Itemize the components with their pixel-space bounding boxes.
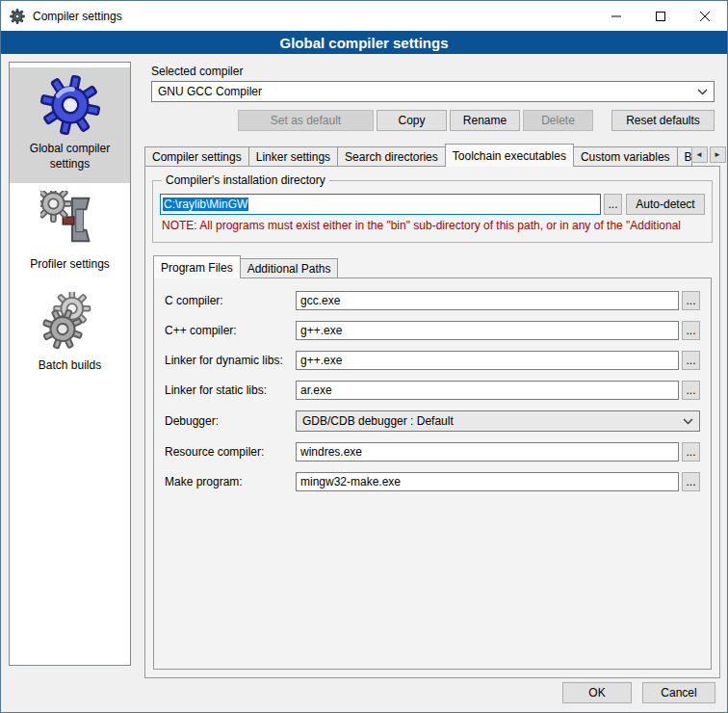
installation-directory-group: Compiler's installation directory C:\ray…	[152, 180, 713, 243]
field-row-c-compiler: C compiler: gcc.exe ...	[165, 291, 700, 310]
sidebar-item-batch-builds[interactable]: Batch builds	[10, 284, 130, 385]
compiler-select-value: GNU GCC Compiler	[158, 85, 262, 98]
tab-custom-variables[interactable]: Custom variables	[573, 146, 678, 166]
c-compiler-label: C compiler:	[165, 294, 296, 307]
installation-directory-input[interactable]: C:\raylib\MinGW	[160, 194, 601, 215]
browse-dynamic-linker-button[interactable]: ...	[682, 351, 700, 370]
compiler-select[interactable]: GNU GCC Compiler	[151, 81, 715, 102]
copy-button[interactable]: Copy	[377, 110, 447, 131]
tab-scroll-right-icon[interactable]: ►	[710, 146, 726, 163]
reset-defaults-button[interactable]: Reset defaults	[611, 110, 715, 131]
dialog-content: Global compiler settings	[1, 54, 727, 712]
bin-subdirectory-note: NOTE: All programs must exist either in …	[162, 219, 703, 232]
dynamic-linker-input[interactable]: g++.exe	[296, 351, 679, 370]
main-panel: Selected compiler GNU GCC Compiler Set a…	[143, 62, 721, 678]
profiler-tool-icon	[40, 191, 100, 251]
sidebar-item-global-compiler-settings[interactable]: Global compiler settings	[10, 67, 130, 183]
dialog-buttons: OK Cancel	[562, 682, 715, 703]
tab-toolchain-executables[interactable]: Toolchain executables	[445, 144, 574, 167]
dynamic-linker-value: g++.exe	[300, 354, 342, 367]
auto-detect-button[interactable]: Auto-detect	[626, 194, 705, 215]
browse-cpp-compiler-button[interactable]: ...	[682, 321, 700, 340]
selected-compiler-label: Selected compiler	[151, 65, 243, 78]
resource-compiler-value: windres.exe	[300, 445, 362, 459]
sidebar-item-label: Profiler settings	[30, 257, 110, 273]
compiler-settings-window: Compiler settings Global compiler settin…	[0, 0, 728, 713]
installation-directory-row: C:\raylib\MinGW ... Auto-detect	[160, 194, 705, 215]
browse-c-compiler-button[interactable]: ...	[682, 291, 700, 310]
sidebar-item-profiler-settings[interactable]: Profiler settings	[10, 183, 130, 284]
window-controls	[594, 1, 727, 31]
make-program-input[interactable]: mingw32-make.exe	[296, 472, 679, 491]
app-icon	[10, 9, 25, 24]
minimize-button[interactable]	[594, 1, 638, 31]
tab-compiler-settings[interactable]: Compiler settings	[144, 146, 249, 166]
tab-search-directories[interactable]: Search directories	[337, 146, 446, 166]
debugger-select[interactable]: GDB/CDB debugger : Default	[296, 410, 700, 432]
cpp-compiler-label: C++ compiler:	[165, 324, 296, 337]
debugger-label: Debugger:	[165, 414, 296, 428]
tab-scroll-left-icon[interactable]: ◄	[691, 146, 708, 163]
field-row-debugger: Debugger: GDB/CDB debugger : Default	[165, 410, 700, 432]
program-files-panel: C compiler: gcc.exe ... C++ compiler: g+…	[153, 277, 712, 670]
tab-build-options[interactable]: Buil	[677, 146, 692, 166]
rename-button[interactable]: Rename	[450, 110, 520, 131]
sidebar-item-label: Batch builds	[39, 358, 101, 374]
static-linker-input[interactable]: ar.exe	[296, 381, 679, 400]
program-files-tabs: Program Files Additional Paths	[153, 255, 719, 277]
tab-scroll-buttons: ◄ ►	[691, 146, 726, 166]
field-row-dynamic-linker: Linker for dynamic libs: g++.exe ...	[165, 351, 700, 370]
sidebar-item-label: Global compiler settings	[12, 142, 128, 172]
dialog-header: Global compiler settings	[1, 31, 727, 54]
cancel-button[interactable]: Cancel	[642, 682, 715, 703]
close-button[interactable]	[683, 1, 727, 31]
tab-program-files[interactable]: Program Files	[153, 255, 241, 278]
chevron-down-icon	[683, 418, 693, 425]
resource-compiler-input[interactable]: windres.exe	[296, 442, 679, 462]
make-program-label: Make program:	[165, 475, 296, 489]
gray-gears-icon	[40, 292, 100, 352]
ok-button[interactable]: OK	[562, 682, 632, 703]
field-row-make-program: Make program: mingw32-make.exe ...	[165, 472, 700, 491]
resource-compiler-label: Resource compiler:	[165, 445, 296, 459]
set-as-default-button[interactable]: Set as default	[238, 110, 374, 131]
c-compiler-input[interactable]: gcc.exe	[296, 291, 679, 310]
tab-additional-paths[interactable]: Additional Paths	[240, 258, 339, 277]
title-bar[interactable]: Compiler settings	[1, 1, 727, 31]
chevron-down-icon	[697, 89, 708, 95]
cpp-compiler-input[interactable]: g++.exe	[296, 321, 679, 340]
tab-linker-settings[interactable]: Linker settings	[248, 146, 338, 166]
dynamic-linker-label: Linker for dynamic libs:	[165, 354, 296, 367]
browse-resource-compiler-button[interactable]: ...	[682, 442, 700, 462]
static-linker-label: Linker for static libs:	[165, 383, 296, 397]
field-row-static-linker: Linker for static libs: ar.exe ...	[165, 381, 700, 400]
window-title: Compiler settings	[33, 10, 122, 23]
blue-gear-icon	[40, 75, 100, 135]
c-compiler-value: gcc.exe	[300, 294, 340, 307]
settings-category-list: Global compiler settings	[9, 62, 131, 666]
browse-install-dir-button[interactable]: ...	[604, 194, 622, 215]
field-row-cpp-compiler: C++ compiler: g++.exe ...	[165, 321, 700, 340]
browse-static-linker-button[interactable]: ...	[682, 381, 700, 400]
toolchain-executables-panel: Compiler's installation directory C:\ray…	[144, 166, 720, 678]
browse-make-program-button[interactable]: ...	[682, 472, 700, 491]
static-linker-value: ar.exe	[300, 383, 332, 397]
maximize-button[interactable]	[638, 1, 683, 31]
debugger-value: GDB/CDB debugger : Default	[302, 414, 454, 428]
field-row-resource-compiler: Resource compiler: windres.exe ...	[165, 442, 700, 462]
cpp-compiler-value: g++.exe	[300, 324, 342, 337]
installation-directory-legend: Compiler's installation directory	[162, 173, 329, 187]
compiler-actions: Set as default Copy Rename Delete Reset …	[151, 110, 715, 131]
delete-button[interactable]: Delete	[523, 110, 593, 131]
installation-directory-value: C:\raylib\MinGW	[163, 198, 248, 211]
make-program-value: mingw32-make.exe	[300, 475, 401, 489]
settings-tabs: Compiler settings Linker settings Search…	[144, 144, 720, 166]
